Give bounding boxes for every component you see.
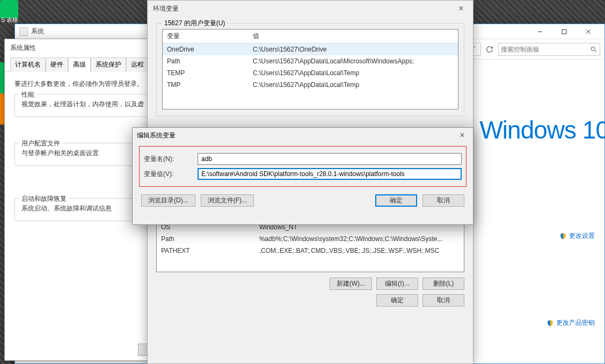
edit-title: 编辑系统变量 xyxy=(137,131,176,140)
windows10-brand: Windows 10 xyxy=(479,115,605,144)
close-icon[interactable]: × xyxy=(456,130,469,140)
tab-remote[interactable]: 远程 xyxy=(126,57,149,72)
change-product-key-link[interactable]: 更改产品密钥 xyxy=(546,318,595,327)
env-title-text: 环境变量 xyxy=(153,4,179,13)
col-variable[interactable]: 变量 xyxy=(163,30,249,43)
search-input[interactable] xyxy=(501,46,590,53)
var-name-cell: TEMP xyxy=(163,67,249,79)
sidebar-app-strip xyxy=(0,93,4,125)
var-name-cell: Path xyxy=(163,55,249,67)
env-cancel-button[interactable]: 取消 xyxy=(422,294,464,307)
profile-legend: 用户配置文件 xyxy=(19,139,62,148)
shield-icon xyxy=(546,319,554,327)
svg-rect-1 xyxy=(562,30,566,34)
tab-hardware[interactable]: 硬件 xyxy=(46,57,68,72)
user-vars-legend: 15627 的用户变量(U) xyxy=(162,19,227,28)
highlighted-fields: 变量名(N): 变量值(V): xyxy=(139,146,466,187)
system-icon xyxy=(19,27,28,36)
browse-dir-button[interactable]: 浏览目录(D)... xyxy=(141,194,195,207)
sidebar-app-strip xyxy=(0,62,4,93)
var-name-cell: PATHEXT xyxy=(157,245,255,257)
var-value-cell: .COM;.EXE;.BAT;.CMD;.VBS;.VBE;.JS;.JSE;.… xyxy=(255,245,464,257)
table-row[interactable]: PathC:\Users\15627\AppData\Local\Microso… xyxy=(163,55,458,67)
var-name-input[interactable] xyxy=(198,153,462,165)
search-box[interactable] xyxy=(498,43,600,56)
table-row[interactable]: TEMPC:\Users\15627\AppData\Local\Temp xyxy=(163,67,458,79)
wps-label: S 表格 xyxy=(0,16,19,24)
user-vars-group: 15627 的用户变量(U) 变量 值 OneDriveC:\Users\156… xyxy=(156,23,464,117)
table-row[interactable]: TMPC:\Users\15627\AppData\Local\Temp xyxy=(163,79,458,91)
svg-line-5 xyxy=(594,50,596,52)
svg-point-4 xyxy=(591,47,595,50)
perf-legend: 性能 xyxy=(19,90,37,99)
tab-system-protection[interactable]: 系统保护 xyxy=(91,57,126,72)
tab-computer-name[interactable]: 计算机名 xyxy=(10,57,46,72)
edit-ok-button[interactable]: 确定 xyxy=(375,194,417,207)
var-value-cell: C:\Users\15627\AppData\Local\Microsoft\W… xyxy=(249,55,458,67)
close-icon[interactable]: × xyxy=(455,4,468,13)
env-ok-button[interactable]: 确定 xyxy=(376,294,418,307)
new-button[interactable]: 新建(W)... xyxy=(330,278,372,290)
var-name-cell: TMP xyxy=(163,79,249,91)
table-row[interactable]: PATHEXT.COM;.EXE;.BAT;.CMD;.VBS;.VBE;.JS… xyxy=(157,245,464,257)
table-row[interactable]: Path%adb%;C:\Windows\system32;C:\Windows… xyxy=(157,233,464,245)
edit-button[interactable]: 编辑(I)... xyxy=(376,278,418,290)
close-button[interactable] xyxy=(576,24,600,39)
var-name-label: 变量名(N): xyxy=(144,155,192,164)
var-value-cell: C:\Users\15627\AppData\Local\Temp xyxy=(249,79,458,91)
refresh-icon[interactable] xyxy=(484,44,495,55)
var-name-cell: OneDrive xyxy=(163,43,249,56)
var-value-cell: C:\Users\15627\OneDrive xyxy=(249,43,458,56)
col-value[interactable]: 值 xyxy=(249,30,458,43)
shield-icon xyxy=(559,232,567,240)
link-label: 更改设置 xyxy=(569,231,595,241)
minimize-button[interactable] xyxy=(528,24,552,39)
table-row[interactable]: OneDriveC:\Users\15627\OneDrive xyxy=(163,43,458,56)
search-icon xyxy=(590,46,597,53)
startup-legend: 启动和故障恢复 xyxy=(19,194,69,203)
delete-button[interactable]: 删除(L) xyxy=(422,278,464,290)
user-vars-table[interactable]: 变量 值 OneDriveC:\Users\15627\OneDrivePath… xyxy=(162,29,458,110)
wps-spreadsheet-icon[interactable] xyxy=(0,0,18,18)
edit-sys-var-dialog: 编辑系统变量 × 变量名(N): 变量值(V): 浏览目录(D)... 浏览文件… xyxy=(132,127,473,225)
var-value-cell: C:\Users\15627\AppData\Local\Temp xyxy=(249,67,458,79)
maximize-button[interactable] xyxy=(552,24,576,39)
env-titlebar[interactable]: 环境变量 × xyxy=(148,1,473,17)
var-value-label: 变量值(V): xyxy=(144,170,192,179)
var-value-input[interactable] xyxy=(198,168,462,180)
tab-advanced[interactable]: 高级 xyxy=(68,57,91,72)
var-name-cell: Path xyxy=(157,233,255,245)
edit-titlebar[interactable]: 编辑系统变量 × xyxy=(133,128,473,143)
browse-file-button[interactable]: 浏览文件(F)... xyxy=(201,194,254,207)
var-value-cell: %adb%;C:\Windows\system32;C:\Windows;C:\… xyxy=(255,233,464,245)
link-label: 更改产品密钥 xyxy=(556,318,595,327)
edit-cancel-button[interactable]: 取消 xyxy=(422,194,464,207)
change-settings-link[interactable]: 更改设置 xyxy=(559,231,595,241)
